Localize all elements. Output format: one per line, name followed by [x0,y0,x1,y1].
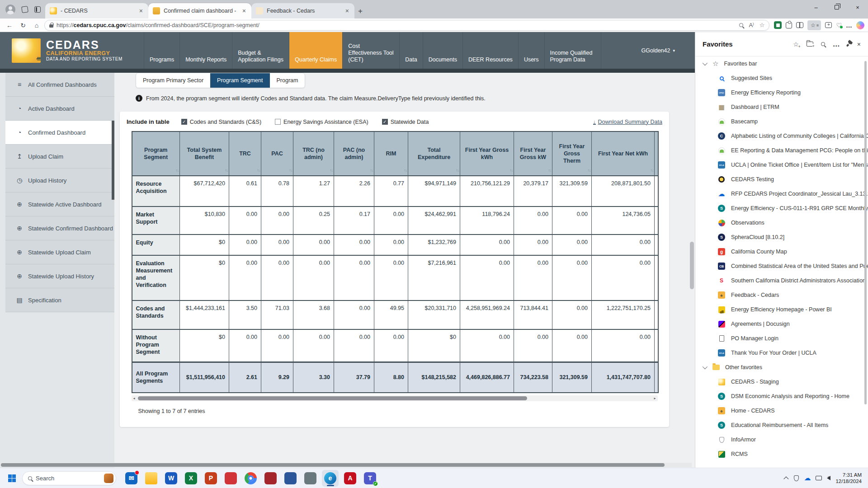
chevron-down-icon[interactable] [703,61,708,66]
sort-icon[interactable]: ↑↓ [370,167,373,174]
favorite-item[interactable]: SSouthern California District Administra… [695,273,868,288]
browser-tab[interactable]: - CEDARS× [45,3,148,19]
nav-item-users[interactable]: Users [518,32,544,69]
tab-close-icon[interactable]: × [138,7,144,14]
favorites-section-favorites-bar[interactable]: ☆Favorites bar [695,56,868,71]
favorite-item[interactable]: SSpheraCloud [8.10.2] [695,230,868,244]
excel-icon[interactable]: X [185,472,197,484]
favorite-item[interactable]: Suggested Sites [695,71,868,85]
sort-icon[interactable]: ↑↓ [257,167,260,174]
favorite-item[interactable]: Basecamp [695,114,868,129]
sort-icon[interactable]: ↑↓ [289,167,292,174]
favorite-item[interactable]: RCMS [695,447,868,461]
new-tab-button[interactable]: + [358,7,363,16]
favorite-item[interactable]: ▅▇Energy Efficiency Homepage - Power BI [695,302,868,317]
sidebar-item-all-confirmed-dashboards[interactable]: ≡All Confirmed Dashboards [5,73,114,97]
copilot-icon[interactable] [856,21,864,29]
app-crimson-icon[interactable] [264,472,277,484]
nav-item-budget-application-filings[interactable]: Budget & Application Filings [232,32,289,69]
split-screen-icon[interactable] [796,22,803,28]
sidebar-item-active-dashboard[interactable]: ◔Active Dashboard [5,97,114,121]
favorite-item[interactable]: ▦Dashboard | ETRM [695,100,868,114]
favorites-panel-icon[interactable]: ☆≡ [807,20,821,30]
close-panel-icon[interactable]: × [857,41,861,48]
favorite-item[interactable]: ♠Feedback - Cedars [695,288,868,302]
sort-icon[interactable]: ↑↓ [651,167,654,174]
more-options-icon[interactable]: … [833,40,840,48]
search-highlight-icon[interactable] [104,474,113,483]
tab-close-icon[interactable]: × [241,7,247,14]
app-gray-icon[interactable] [304,472,316,484]
start-button-icon[interactable] [8,474,16,482]
tab-program-segment[interactable]: Program Segment [210,73,269,88]
nav-item-deer-resources[interactable]: DEER Resources [462,32,518,69]
sort-icon[interactable]: ↑↓ [510,167,513,174]
sort-icon[interactable]: ↑↓ [176,167,179,174]
favorite-item[interactable]: CBCombined Statistical Area of the Unite… [695,259,868,273]
favorite-item[interactable]: SDSM Economic Analysis and Reporting - H… [695,389,868,404]
favorites-section-other-favorites[interactable]: Other favorites [695,360,868,375]
favorite-star-icon[interactable]: ☆ [760,22,765,28]
nav-item-quarterly-claims[interactable]: Quarterly Claims [289,32,342,69]
tab-close-icon[interactable]: × [344,7,350,14]
nav-item-documents[interactable]: Documents [423,32,462,69]
extensions-puzzle-icon[interactable] [786,22,792,28]
favorite-item[interactable]: CPUCEnergy Efficiency Reporting [695,85,868,100]
powerpoint-icon[interactable]: P [205,472,217,484]
sort-icon[interactable]: ↑↓ [225,167,228,174]
browser-essentials-icon[interactable]: ♡ [836,22,842,29]
outlook-icon[interactable]: ✉ [125,472,137,484]
column-header[interactable]: First Year Gross kW↑↓ [514,131,552,176]
column-header[interactable]: Total Expenditure↑↓ [408,131,460,176]
minimize-button[interactable]: – [806,0,826,14]
read-aloud-icon[interactable]: A) [749,22,754,28]
extension-green-icon[interactable] [774,21,782,29]
favorite-item[interactable]: CEDARS Testing [695,172,868,187]
favorite-item[interactable]: InfoArmor [695,432,868,447]
chrome-icon[interactable] [245,472,257,484]
nav-item-data[interactable]: Data [399,32,422,69]
sort-icon[interactable]: ↑↓ [404,167,407,174]
page-horizontal-scrollbar[interactable] [0,463,692,467]
page-vertical-scrollbar[interactable] [690,242,694,289]
column-header[interactable]: First Year Gross Therm↑↓ [552,131,592,176]
url-bar[interactable]: https://cedars.cpuc.ca.gov/claims/confir… [44,20,769,31]
sidebar-item-specification[interactable]: ▤Specification [5,288,114,312]
vertical-tabs-icon[interactable] [34,6,41,13]
workspaces-icon[interactable] [21,6,28,13]
onedrive-icon[interactable]: ☁ [804,474,811,482]
user-menu[interactable]: GGolden42 ▾ [642,47,675,54]
sidebar-item-statewide-upload-claim[interactable]: ⊕Statewide Upload Claim [5,240,114,264]
nav-item-cost-effectiveness-tool-cet-[interactable]: Cost Effectiveness Tool (CET) [342,32,399,69]
app-red-icon[interactable] [225,472,237,484]
sort-icon[interactable]: ↑↓ [588,167,591,174]
favorite-item[interactable]: Agreements | Docusign [695,317,868,331]
taskbar-clock[interactable]: 7:31 AM 12/18/2024 [835,472,862,484]
sort-icon[interactable]: ↑↓ [456,167,459,174]
favorites-scrollbar[interactable] [864,61,867,404]
chevron-down-icon[interactable] [703,364,708,369]
column-header[interactable]: Program Segment↑↓ [132,131,180,176]
sidebar-item-statewide-upload-history[interactable]: ⊕Statewide Upload History [5,264,114,288]
security-tray-icon[interactable] [794,475,799,481]
column-header[interactable]: RIM↑↓ [374,131,408,176]
browser-tab[interactable]: Confirmed claim dashboard - CED× [148,3,251,19]
display-tray-icon[interactable] [816,476,822,480]
teams-icon[interactable]: T✓ [364,472,376,484]
favorite-item[interactable]: UCLAUCLA | Online Ticket Office | Event/… [695,158,868,172]
table-horizontal-scrollbar[interactable]: ◂ ▸ [132,395,658,401]
search-favorites-icon[interactable] [821,42,825,46]
scroll-right-icon[interactable]: ▸ [652,396,658,400]
favorite-item[interactable]: ♠Home - CEDARS [695,404,868,418]
favorite-item[interactable]: UCLAThank You For Your Order | UCLA [695,346,868,360]
page-horizontal-scrollbar-thumb[interactable] [1,463,665,467]
favorite-item[interactable]: SEducational Reimbursement - All Items [695,418,868,432]
sidebar-item-statewide-confirmed-dashboard[interactable]: ⊕Statewide Confirmed Dashboard [5,216,114,240]
column-header[interactable]: PAC (no admin)↑↓ [334,131,374,176]
favorite-item[interactable]: SEnergy Efficiency - CUS-011-1-R91 GRP S… [695,201,868,216]
tab-program-primary-sector[interactable]: Program Primary Sector [136,73,210,88]
word-icon[interactable]: W [165,472,177,484]
taskbar-search[interactable]: Search [22,471,116,485]
file-explorer-icon[interactable] [145,472,157,484]
favorite-item[interactable]: EE Reporting & Data Management PCG: Peop… [695,143,868,158]
